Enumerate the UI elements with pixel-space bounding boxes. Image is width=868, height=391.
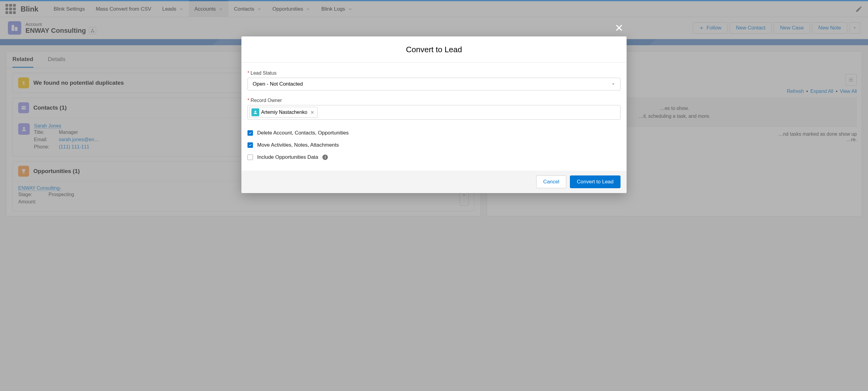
chevron-down-icon — [611, 82, 615, 86]
lead-status-value: Open - Not Contacted — [253, 81, 303, 87]
remove-owner-button[interactable]: ✕ — [310, 110, 314, 115]
move-checkbox-row[interactable]: Move Activities, Notes, Attachments — [247, 139, 621, 151]
modal-title: Convert to Lead — [241, 36, 627, 62]
modal-close-button[interactable]: ✕ — [615, 22, 623, 34]
record-owner-label: *Record Owner — [247, 98, 621, 103]
record-owner-label-text: Record Owner — [250, 98, 282, 103]
svg-point-14 — [254, 111, 256, 112]
info-icon[interactable]: i — [322, 155, 328, 160]
delete-checkbox[interactable] — [247, 130, 253, 136]
convert-to-lead-modal: Convert to Lead *Lead Status Open - Not … — [241, 36, 627, 193]
cancel-button[interactable]: Cancel — [536, 175, 566, 188]
record-owner-name: Artemiy Nastachenko — [261, 110, 307, 115]
modal-overlay[interactable]: ✕ Convert to Lead *Lead Status Open - No… — [0, 0, 868, 391]
record-owner-input[interactable]: Artemiy Nastachenko ✕ — [247, 105, 621, 120]
check-icon — [248, 131, 252, 135]
modal-footer: Cancel Convert to Lead — [241, 171, 627, 193]
include-opp-checkbox-label: Include Opportunities Data — [257, 154, 318, 160]
check-icon — [248, 143, 252, 147]
include-opp-checkbox[interactable] — [247, 155, 253, 160]
lead-status-label-text: Lead Status — [250, 71, 276, 76]
move-checkbox-label: Move Activities, Notes, Attachments — [257, 142, 339, 148]
lead-status-combobox[interactable]: Open - Not Contacted — [247, 78, 621, 90]
convert-to-lead-button[interactable]: Convert to Lead — [570, 175, 621, 188]
user-avatar-icon — [251, 108, 259, 116]
delete-checkbox-label: Delete Account, Contacts, Opportunities — [257, 130, 348, 136]
lead-status-label: *Lead Status — [247, 71, 621, 76]
delete-checkbox-row[interactable]: Delete Account, Contacts, Opportunities — [247, 127, 621, 139]
record-owner-pill: Artemiy Nastachenko ✕ — [249, 107, 317, 118]
move-checkbox[interactable] — [247, 142, 253, 148]
include-opp-checkbox-row[interactable]: Include Opportunities Data i — [247, 151, 621, 163]
